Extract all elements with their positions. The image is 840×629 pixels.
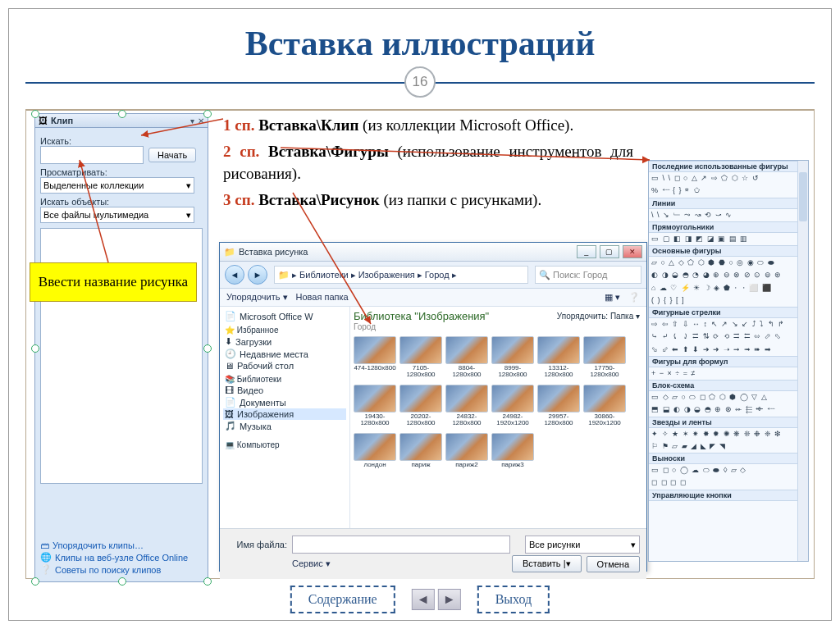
- contents-button[interactable]: Содержание: [290, 586, 395, 613]
- file-thumb[interactable]: 8804-1280x800: [445, 336, 488, 381]
- maximize-button[interactable]: ▢: [600, 245, 619, 258]
- shapes-row[interactable]: ▭ \ \ ◻ ○ △ ↗ ⇨ ⬠ ⬡ ☆ ↺: [649, 172, 808, 185]
- shapes-row[interactable]: ⚐ ⚑ ▱ ▰ ◢ ◣ ◤ ◥: [649, 440, 808, 453]
- scrollbar-thumb[interactable]: [799, 172, 807, 221]
- organize-clips-link[interactable]: 🗃Упорядочить клипы…: [40, 540, 203, 550]
- new-folder-button[interactable]: Новая папка: [296, 292, 349, 303]
- shapes-row[interactable]: ⬂ ⬃ ⬅ ⬆ ⬇ ➔ ➜ ➝ ➞ ➟ ➠ ➡: [649, 344, 808, 356]
- shapes-row[interactable]: ( ) { } [ ]: [649, 294, 808, 307]
- filter-select[interactable]: Все рисунки▾: [525, 536, 640, 554]
- thumb-image: [354, 433, 396, 461]
- search-input[interactable]: [40, 146, 144, 164]
- scrollbar[interactable]: [797, 161, 808, 561]
- next-slide-button[interactable]: ►: [438, 589, 461, 610]
- file-thumb[interactable]: 13312-1280x800: [537, 336, 580, 381]
- file-thumb[interactable]: париж: [399, 433, 442, 478]
- file-thumb[interactable]: париж2: [445, 433, 488, 478]
- shapes-row[interactable]: ⌂ ☁ ♡ ⚡ ☀ ☽ ◈ ⬟ ⬞ ⬝ ⬜ ⬛: [649, 282, 808, 294]
- browse-combo[interactable]: Выделенные коллекции▾: [40, 177, 194, 194]
- organize-menu[interactable]: Упорядочить ▾: [226, 292, 288, 303]
- view-mode-button[interactable]: ▦ ▾: [605, 292, 620, 303]
- insert-button[interactable]: Вставить |▾: [512, 555, 582, 572]
- cat-recent: Последние использованные фигуры: [649, 161, 808, 172]
- sidebar-music[interactable]: 🎵Музыка: [223, 420, 346, 432]
- file-thumb[interactable]: лондон: [354, 433, 396, 478]
- resize-handle[interactable]: [203, 110, 212, 118]
- sidebar-recent[interactable]: 🕘Недавние места: [223, 348, 346, 360]
- shapes-row[interactable]: ◐ ◑ ◒ ◓ ◔ ◕ ⊕ ⊖ ⊗ ⊘ ⊙ ⊚ ⊛: [649, 269, 808, 281]
- file-thumb[interactable]: 17750-1280x800: [583, 336, 626, 381]
- num-2: 2 сп.: [223, 143, 259, 160]
- shapes-row[interactable]: ⇨ ⇦ ⇧ ⇩ ↔ ↕ ↖ ↗ ↘ ↙ ⤴ ⤵ ↰ ↱: [649, 318, 808, 330]
- shapes-row[interactable]: + − × ÷ = ≠: [649, 367, 808, 380]
- back-button[interactable]: ◄: [225, 265, 244, 285]
- resize-handle[interactable]: [31, 110, 39, 118]
- sidebar-ms-office[interactable]: 📄Microsoft Office W: [223, 310, 346, 322]
- sidebar-docs[interactable]: 📄Документы: [223, 396, 346, 408]
- shapes-row[interactable]: ▭ ▢ ◧ ◨ ◩ ◪ ▣ ▤ ▥: [649, 233, 808, 245]
- file-thumb[interactable]: 30860-1920x1200: [583, 385, 626, 430]
- shapes-row[interactable]: ✦ ✧ ★ ✶ ✷ ✸ ✹ ✺ ❋ ❊ ❉ ❈ ❇: [649, 428, 808, 440]
- thumb-caption: 30860-1920x1200: [583, 413, 626, 430]
- prev-slide-button[interactable]: ◄: [412, 589, 435, 610]
- shapes-row[interactable]: % ⬳ { } ☆ ⬠: [649, 185, 808, 197]
- crumb-0[interactable]: Библиотеки: [299, 270, 349, 280]
- shapes-row[interactable]: ◻ ◻ ◻ ◻: [649, 476, 808, 489]
- cancel-button[interactable]: Отмена: [587, 556, 640, 572]
- sidebar-video[interactable]: 🎞Видео: [223, 385, 346, 396]
- crumb-2[interactable]: Город: [425, 270, 450, 280]
- resize-handle[interactable]: [31, 577, 39, 586]
- file-thumb[interactable]: 474-1280x800: [354, 336, 396, 381]
- file-thumb[interactable]: 8999-1280x800: [491, 336, 534, 381]
- pane-dropdown-icon[interactable]: ▾: [190, 116, 194, 125]
- minimize-button[interactable]: _: [577, 245, 596, 258]
- sort-by[interactable]: Упорядочить: Папка ▾: [557, 312, 640, 321]
- file-thumb[interactable]: 24832-1280x800: [445, 385, 488, 430]
- resize-handle[interactable]: [203, 344, 212, 353]
- file-thumb[interactable]: 29957-1280x800: [537, 385, 580, 430]
- filter-value: Все рисунки: [529, 540, 580, 549]
- page-number: 16: [404, 66, 436, 98]
- sidebar-desktop[interactable]: 🖥Рабочий стол: [223, 360, 346, 371]
- thumb-image: [399, 433, 442, 461]
- exit-button[interactable]: Выход: [477, 586, 550, 613]
- file-thumb[interactable]: 19430-1280x800: [354, 385, 396, 430]
- shapes-row[interactable]: ▱ ○ △ ◇ ⬠ ⬡ ⬢ ⬣ ○ ◎ ◉ ⬭ ⬬: [649, 257, 808, 269]
- dialog-search[interactable]: 🔍 Поиск: Город: [535, 266, 641, 284]
- crumb-1[interactable]: Изображения: [358, 270, 415, 280]
- file-thumb[interactable]: париж3: [491, 433, 534, 478]
- tools-menu[interactable]: Сервис ▾: [292, 558, 331, 569]
- forward-button[interactable]: ►: [248, 265, 267, 285]
- shapes-row[interactable]: \ \ ↘ ﹂ ⤳ ↝ ⟲ ⤻ ∿: [649, 209, 808, 221]
- shapes-row[interactable]: ▭ ◻ ○ ◯ ☁ ⬭ ⬬ ◊ ▱ ◇: [649, 464, 808, 476]
- types-combo[interactable]: Все файлы мультимедиа▾: [40, 207, 194, 223]
- sidebar-pictures[interactable]: 🖼Изображения: [223, 408, 346, 420]
- bold-3: Вставка\Рисунок: [258, 191, 380, 208]
- search-tips-link[interactable]: ❔Советы по поиску клипов: [40, 564, 203, 575]
- breadcrumb[interactable]: 📁 ▸ Библиотеки▸ Изображения▸ Город▸: [274, 266, 528, 284]
- shapes-row[interactable]: ⤷ ⤶ ⤹ ⤸ ⇄ ⇅ ⟳ ⟲ ⇉ ⇇ ⬄ ⬀ ⬁: [649, 330, 808, 343]
- pane-close-icon[interactable]: ✕: [198, 116, 204, 125]
- thumb-image: [354, 385, 396, 412]
- link-text: Упорядочить клипы…: [52, 540, 144, 550]
- shapes-row[interactable]: ▭ ◇ ▱ ○ ⬭ ◻ ⬠ ⬡ ⬢ ◯ ▽ △: [649, 391, 808, 403]
- shapes-row[interactable]: ⬒ ⬓ ◐ ◑ ◒ ◓ ⊕ ⊗ ⬰ ⬱ ⬲ ⬳: [649, 403, 808, 416]
- computer-group[interactable]: 💻 Компьютер: [225, 440, 346, 449]
- help-button[interactable]: ❔: [628, 292, 640, 303]
- resize-handle[interactable]: [118, 577, 126, 586]
- label: Microsoft Office W: [240, 312, 313, 321]
- thumb-image: [537, 336, 580, 364]
- resize-handle[interactable]: [31, 344, 39, 353]
- chevron-down-icon: ▾: [186, 180, 191, 191]
- favorites-group: ⭐ Избранное: [225, 326, 346, 335]
- resize-handle[interactable]: [203, 577, 212, 586]
- file-thumb[interactable]: 20202-1280x800: [399, 385, 442, 430]
- resize-handle[interactable]: [118, 110, 126, 118]
- sidebar-downloads[interactable]: ⬇Загрузки: [223, 335, 346, 348]
- start-button[interactable]: Начать: [148, 148, 196, 162]
- office-online-link[interactable]: 🌐Клипы на веб-узле Office Online: [40, 552, 203, 563]
- file-thumb[interactable]: 24982-1920x1200: [491, 385, 534, 430]
- file-thumb[interactable]: 7105-1280x800: [399, 336, 442, 381]
- close-button[interactable]: ✕: [623, 245, 642, 258]
- filename-field[interactable]: [292, 536, 510, 554]
